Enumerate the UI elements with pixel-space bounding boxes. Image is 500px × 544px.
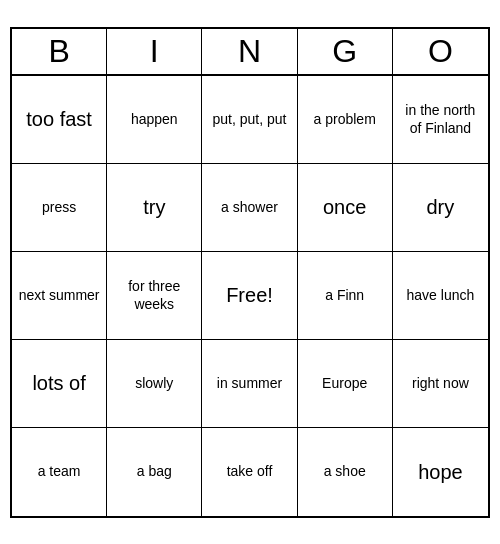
bingo-grid: too fasthappenput, put, puta problemin t…	[12, 76, 488, 516]
bingo-header-letter: N	[202, 29, 297, 74]
bingo-header: BINGO	[12, 29, 488, 76]
bingo-card: BINGO too fasthappenput, put, puta probl…	[10, 27, 490, 518]
bingo-header-letter: B	[12, 29, 107, 74]
bingo-cell: a team	[12, 428, 107, 516]
bingo-cell: have lunch	[393, 252, 488, 340]
bingo-header-letter: G	[298, 29, 393, 74]
bingo-header-letter: I	[107, 29, 202, 74]
bingo-cell: Free!	[202, 252, 297, 340]
bingo-cell: slowly	[107, 340, 202, 428]
bingo-cell: for three weeks	[107, 252, 202, 340]
bingo-cell: next summer	[12, 252, 107, 340]
bingo-cell: once	[298, 164, 393, 252]
bingo-cell: right now	[393, 340, 488, 428]
bingo-cell: put, put, put	[202, 76, 297, 164]
bingo-cell: try	[107, 164, 202, 252]
bingo-cell: in the north of Finland	[393, 76, 488, 164]
bingo-cell: a Finn	[298, 252, 393, 340]
bingo-cell: a shoe	[298, 428, 393, 516]
bingo-cell: Europe	[298, 340, 393, 428]
bingo-cell: a shower	[202, 164, 297, 252]
bingo-cell: too fast	[12, 76, 107, 164]
bingo-cell: press	[12, 164, 107, 252]
bingo-cell: lots of	[12, 340, 107, 428]
bingo-cell: a bag	[107, 428, 202, 516]
bingo-cell: in summer	[202, 340, 297, 428]
bingo-cell: dry	[393, 164, 488, 252]
bingo-cell: a problem	[298, 76, 393, 164]
bingo-cell: take off	[202, 428, 297, 516]
bingo-header-letter: O	[393, 29, 488, 74]
bingo-cell: happen	[107, 76, 202, 164]
bingo-cell: hope	[393, 428, 488, 516]
